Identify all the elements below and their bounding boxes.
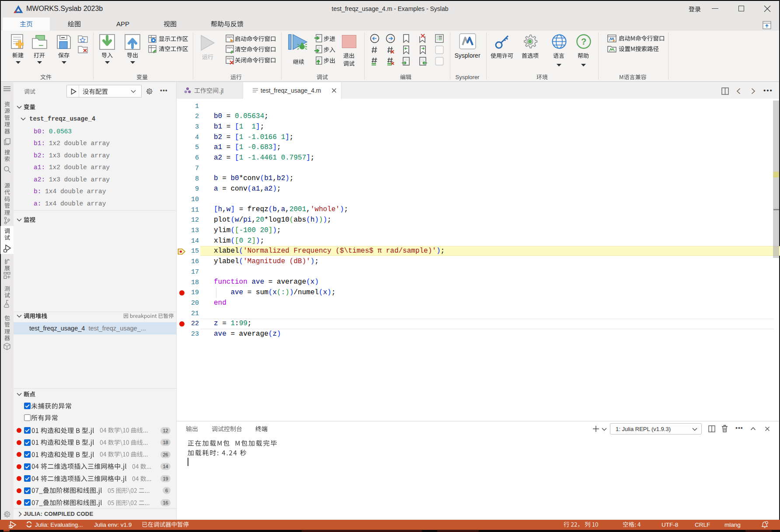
svg-text:REPL: REPL	[227, 46, 233, 49]
svg-text:?: ?	[581, 37, 586, 46]
svg-text:REPL: REPL	[227, 57, 233, 60]
svg-text:REPL: REPL	[227, 36, 233, 38]
